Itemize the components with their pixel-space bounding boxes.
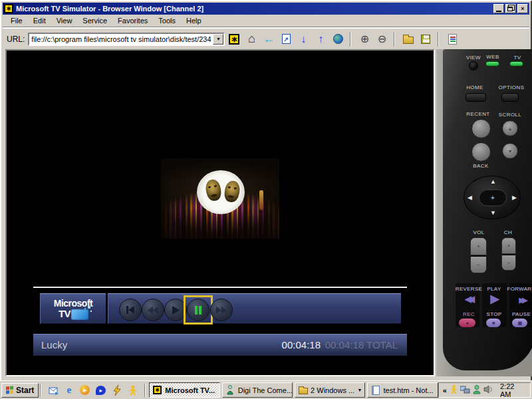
remote-select-button[interactable]: + [479, 190, 507, 206]
channel-down-button[interactable]: − [501, 254, 516, 271]
remote-play-button[interactable]: ▶ [490, 293, 499, 305]
remote-scroll-down-button[interactable]: ▼ [502, 143, 518, 159]
menu-tools[interactable]: Tools [153, 15, 181, 26]
tray-aim-icon[interactable] [450, 384, 458, 396]
remote-home-button[interactable] [466, 93, 486, 102]
home-icon: ⌂ [248, 32, 255, 46]
remote-dpad[interactable]: ▲ ▼ ◀ ▶ + [464, 176, 521, 219]
tray-network-icon[interactable] [460, 385, 470, 396]
web-label: WEB [486, 54, 499, 60]
time-current: 00:04:18 [282, 339, 321, 350]
player-status-bar: Lucky 00:04:18 00:04:18 TOTAL [33, 334, 407, 356]
fast-forward-button[interactable] [210, 299, 233, 321]
remote-tv-button[interactable] [509, 61, 523, 66]
remote-rec-button[interactable]: ● [459, 319, 475, 327]
rewind-button[interactable] [142, 299, 164, 321]
task-button-group[interactable]: 2 Windows ... ▼ [295, 382, 365, 398]
time-total: 00:04:18 TOTAL [325, 339, 398, 350]
skip-to-start-button[interactable] [119, 299, 142, 321]
remote-stop-button[interactable]: ■ [486, 319, 501, 327]
open-folder-icon [403, 37, 414, 44]
menu-favorites[interactable]: Favorites [112, 15, 153, 26]
tv-asterisk-button[interactable]: ∗ [226, 31, 242, 47]
media-player-icon[interactable]: ▶ [79, 384, 90, 396]
remote-panel: VIEW WEB TV HOME OPTIONS RECENT BACK SCR… [436, 49, 532, 376]
open-button[interactable] [400, 31, 416, 47]
scroll-down-icon: ▼ [503, 144, 517, 158]
tray-overflow-chevron[interactable]: « [443, 386, 447, 394]
playbar-top-line [33, 287, 407, 288]
save-button[interactable] [418, 31, 434, 47]
channel-up-button[interactable]: + [501, 237, 516, 254]
remote-web-button[interactable] [485, 61, 499, 66]
vol-label: VOL [473, 229, 484, 235]
remote-scroll-up-button[interactable]: ▲ [502, 120, 518, 136]
volume-down-button[interactable]: − [470, 255, 487, 273]
rec-icon: ● [466, 321, 468, 325]
remote-back-button[interactable] [471, 142, 491, 162]
home-button[interactable]: ⌂ [243, 31, 259, 47]
volume-up-button[interactable]: + [470, 237, 487, 255]
remote-forward-button[interactable]: ▶▶ [519, 297, 525, 304]
play-icon [172, 306, 180, 315]
restore-button[interactable] [505, 4, 516, 13]
options-label: OPTIONS [499, 84, 525, 90]
messenger-icon[interactable]: ▸ [95, 384, 106, 396]
page-refresh-icon: ↗ [282, 34, 291, 44]
mstv-logo-panel: Microsoft TV [40, 293, 106, 324]
url-input[interactable] [29, 34, 213, 45]
tray-msn-icon[interactable] [473, 385, 481, 396]
task-button-notepad[interactable]: test.htm - Not... [367, 382, 438, 398]
app-icon: ∗ [4, 4, 13, 13]
close-button[interactable]: × [517, 4, 528, 13]
menu-file[interactable]: File [5, 15, 28, 26]
toolbar-separator [438, 32, 439, 47]
zoom-in-button[interactable]: ⊕ [356, 31, 372, 47]
winamp-icon[interactable] [111, 384, 122, 396]
start-button[interactable]: Start [1, 383, 39, 398]
task-button-mstv[interactable]: ∗ Microsoft TV... [149, 382, 219, 398]
remote-pause-button[interactable]: ▮▮ [512, 319, 527, 327]
remote-channel-rocker: + − [501, 237, 516, 271]
dpad-down-icon[interactable]: ▼ [490, 210, 496, 216]
globe-button[interactable] [330, 31, 346, 47]
reverse-label: REVERSE [456, 286, 482, 292]
tray-volume-icon[interactable] [483, 385, 493, 395]
refresh-page-button[interactable]: ↗ [278, 31, 294, 47]
url-dropdown-button[interactable]: ▼ [213, 34, 223, 45]
channel-down-icon: − [507, 260, 511, 266]
pause-button[interactable] [187, 299, 209, 321]
menu-view[interactable]: View [51, 15, 78, 26]
ch-label: CH [504, 229, 512, 235]
down-button[interactable]: ↓ [295, 31, 311, 47]
home-label: HOME [466, 84, 483, 90]
aim-icon[interactable] [127, 384, 138, 396]
remote-reverse-button[interactable]: ◀◀ [465, 295, 471, 303]
view-source-button[interactable] [444, 31, 460, 47]
volume-down-icon: − [477, 262, 480, 268]
up-button[interactable]: ↑ [313, 31, 329, 47]
menu-service[interactable]: Service [77, 15, 112, 26]
menu-help[interactable]: Help [181, 15, 207, 26]
task-label: 2 Windows ... [311, 386, 354, 394]
minimize-button[interactable] [493, 4, 504, 13]
back-arrow-icon: ← [263, 32, 275, 46]
remote-view-button[interactable] [469, 61, 478, 70]
back-button[interactable]: ← [261, 31, 277, 47]
zoom-out-button[interactable]: ⊖ [374, 31, 390, 47]
outlook-express-icon[interactable] [47, 384, 59, 396]
internet-explorer-icon[interactable]: e [63, 384, 74, 396]
remote-options-button[interactable] [501, 93, 519, 102]
toolbar-separator [394, 32, 395, 47]
scroll-label: SCROLL [499, 112, 521, 118]
menu-edit[interactable]: Edit [28, 15, 51, 26]
scroll-up-icon: ▲ [503, 121, 517, 136]
task-label: Microsoft TV... [165, 386, 215, 394]
titlebar[interactable]: ∗ Microsoft TV Simulator - Browser Windo… [3, 3, 529, 15]
dpad-left-icon[interactable]: ◀ [467, 195, 472, 201]
task-button-digi[interactable]: Digi The Come... [222, 382, 293, 398]
taskbar-separator [144, 384, 146, 397]
dpad-up-icon[interactable]: ▲ [490, 179, 496, 185]
remote-recent-button[interactable] [471, 119, 491, 138]
dpad-right-icon[interactable]: ▶ [512, 195, 517, 201]
